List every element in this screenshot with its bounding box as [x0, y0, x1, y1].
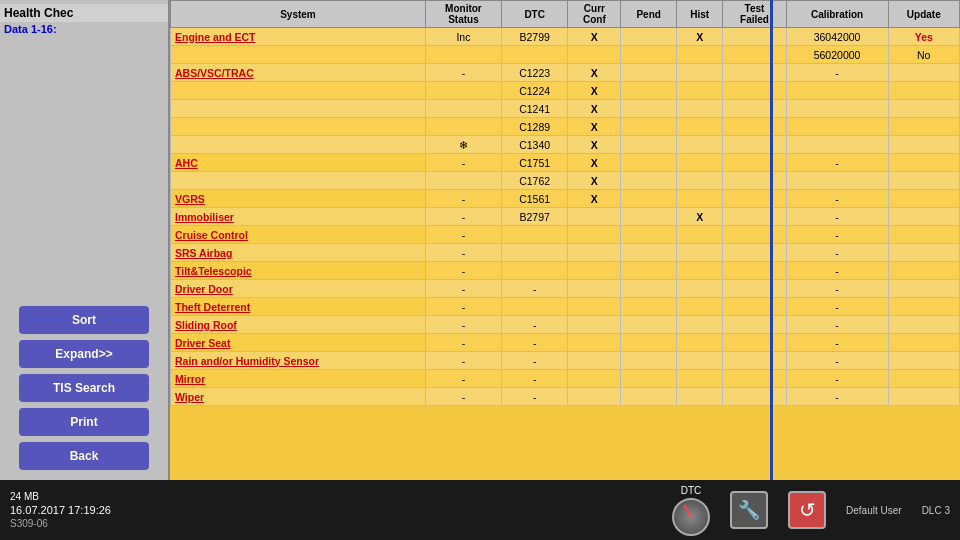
cell-pend: [621, 370, 677, 388]
cell-curr-conf: X: [568, 190, 621, 208]
cell-calibration: -: [786, 244, 888, 262]
table-row: Mirror---: [171, 370, 960, 388]
cell-dtc: [501, 298, 568, 316]
gauge-needle: [683, 504, 692, 517]
cell-hist: [677, 388, 723, 406]
cell-system[interactable]: Tilt&Telescopic: [171, 262, 426, 280]
cell-dtc: -: [501, 352, 568, 370]
cell-monitor: -: [425, 388, 501, 406]
cell-calibration: -: [786, 370, 888, 388]
cell-pend: [621, 154, 677, 172]
cell-curr-conf: [568, 46, 621, 64]
cell-system[interactable]: ABS/VSC/TRAC: [171, 64, 426, 82]
cell-update: [888, 82, 959, 100]
cell-monitor: -: [425, 244, 501, 262]
cell-curr-conf: [568, 226, 621, 244]
cell-system[interactable]: Sliding Roof: [171, 316, 426, 334]
cell-system[interactable]: VGRS: [171, 190, 426, 208]
cell-dtc: C1762: [501, 172, 568, 190]
gauge-circle: [672, 498, 710, 536]
cell-curr-conf: [568, 316, 621, 334]
cell-system[interactable]: Rain and/or Humidity Sensor: [171, 352, 426, 370]
cell-dtc: [501, 262, 568, 280]
table-row: Sliding Roof---: [171, 316, 960, 334]
cell-update: [888, 118, 959, 136]
cell-system: [171, 46, 426, 64]
cell-curr-conf: X: [568, 154, 621, 172]
table-row: C1224X: [171, 82, 960, 100]
cell-dtc: -: [501, 316, 568, 334]
cell-update: Yes: [888, 28, 959, 46]
print-button[interactable]: Print: [19, 408, 149, 436]
table-row: Cruise Control--: [171, 226, 960, 244]
cell-hist: [677, 370, 723, 388]
cell-system[interactable]: Engine and ECT: [171, 28, 426, 46]
cell-system[interactable]: Theft Deterrent: [171, 298, 426, 316]
cell-system[interactable]: SRS Airbag: [171, 244, 426, 262]
table-row: C1289X: [171, 118, 960, 136]
cell-monitor: [425, 118, 501, 136]
sort-button[interactable]: Sort: [19, 306, 149, 334]
cell-pend: [621, 244, 677, 262]
cell-hist: [677, 190, 723, 208]
cell-calibration: -: [786, 262, 888, 280]
dlc-label: DLC 3: [922, 505, 950, 516]
col-test-failed: TestFailed: [723, 1, 786, 28]
cell-pend: [621, 28, 677, 46]
expand-button[interactable]: Expand>>: [19, 340, 149, 368]
table-row: Wiper---: [171, 388, 960, 406]
cell-test-failed: [723, 28, 786, 46]
cell-dtc: C1241: [501, 100, 568, 118]
cell-update: [888, 226, 959, 244]
table-row: Driver Door---: [171, 280, 960, 298]
table-body: Engine and ECTIncB2799XX36042000Yes56020…: [171, 28, 960, 406]
cell-test-failed: [723, 118, 786, 136]
cell-monitor: -: [425, 334, 501, 352]
cell-hist: [677, 172, 723, 190]
cell-update: [888, 298, 959, 316]
cell-pend: [621, 316, 677, 334]
cell-hist: X: [677, 208, 723, 226]
table-row: SRS Airbag--: [171, 244, 960, 262]
cell-dtc: C1751: [501, 154, 568, 172]
cell-update: [888, 262, 959, 280]
cell-system[interactable]: Driver Door: [171, 280, 426, 298]
cell-hist: [677, 298, 723, 316]
sidebar-title: Health Chec: [0, 4, 168, 22]
refresh-icon[interactable]: ↺: [788, 491, 826, 529]
cell-system[interactable]: AHC: [171, 154, 426, 172]
cell-hist: [677, 244, 723, 262]
cell-system[interactable]: Driver Seat: [171, 334, 426, 352]
cell-system[interactable]: Mirror: [171, 370, 426, 388]
cell-curr-conf: [568, 370, 621, 388]
cell-test-failed: [723, 352, 786, 370]
cell-system[interactable]: Immobiliser: [171, 208, 426, 226]
cell-test-failed: [723, 280, 786, 298]
cell-pend: [621, 208, 677, 226]
cell-curr-conf: X: [568, 64, 621, 82]
cell-dtc: -: [501, 280, 568, 298]
cell-curr-conf: X: [568, 28, 621, 46]
user-info: Default User: [846, 505, 902, 516]
cell-test-failed: [723, 190, 786, 208]
cell-monitor: [425, 100, 501, 118]
cell-monitor: -: [425, 352, 501, 370]
cell-monitor: -: [425, 280, 501, 298]
wrench-icon[interactable]: 🔧: [730, 491, 768, 529]
cell-system: [171, 136, 426, 154]
tis-search-button[interactable]: TIS Search: [19, 374, 149, 402]
cell-system: [171, 100, 426, 118]
cell-dtc: C1224: [501, 82, 568, 100]
cell-system[interactable]: Wiper: [171, 388, 426, 406]
table-header: System MonitorStatus DTC CurrConf Pend H…: [171, 1, 960, 28]
cell-hist: [677, 352, 723, 370]
back-button[interactable]: Back: [19, 442, 149, 470]
cell-pend: [621, 82, 677, 100]
cell-monitor: ❄: [425, 136, 501, 154]
cell-system[interactable]: Cruise Control: [171, 226, 426, 244]
cell-hist: X: [677, 28, 723, 46]
cell-test-failed: [723, 370, 786, 388]
cell-update: No: [888, 46, 959, 64]
cell-calibration: 56020000: [786, 46, 888, 64]
cell-hist: [677, 118, 723, 136]
